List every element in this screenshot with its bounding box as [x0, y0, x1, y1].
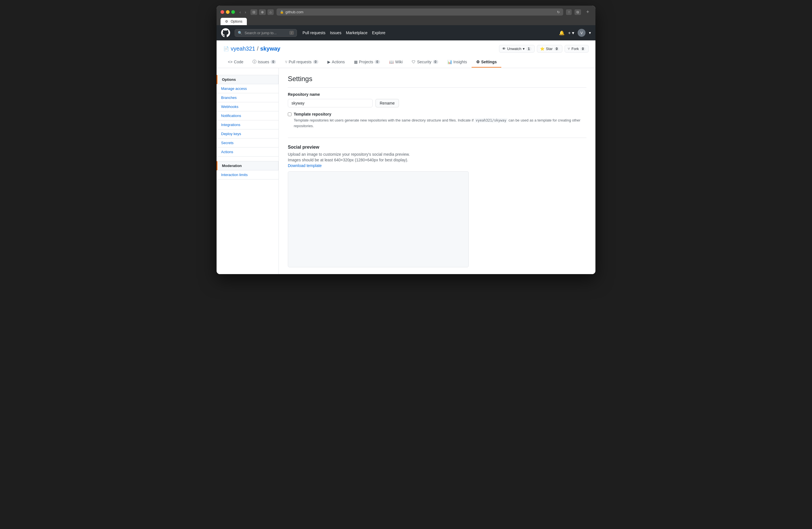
template-repo-label[interactable]: Template repository [294, 112, 331, 116]
avatar-caret[interactable]: ▾ [589, 30, 591, 35]
back-button[interactable]: ‹ [238, 9, 243, 15]
repo-title: 📄 vyeah321 / skyway [223, 45, 280, 52]
tab-pr-label: Pull requests [289, 60, 311, 64]
repo-name-label: Repository name [288, 92, 586, 97]
nav-issues[interactable]: Issues [330, 30, 341, 35]
browser-titlebar: ‹ › ⊟ ⊕ ⌂ 🔒 github.com ↻ ↑ ⧉ + [220, 9, 592, 16]
tab-settings[interactable]: ⚙ Settings [472, 57, 501, 68]
tab-favicon: ⚙ [225, 19, 229, 24]
tab-pull-requests[interactable]: ⑂ Pull requests 0 [280, 57, 323, 68]
template-desc-1: Template repositories let users generate… [294, 118, 474, 122]
settings-sidebar: Options Manage access Branches Webhooks … [217, 68, 279, 274]
tab-security-label: Security [417, 60, 432, 64]
repo-name-input[interactable] [288, 99, 373, 107]
reload-button[interactable]: ↻ [557, 10, 560, 14]
share-button[interactable]: ↑ [566, 9, 572, 15]
settings-icon: ⚙ [476, 60, 480, 64]
tab-security[interactable]: 🛡 Security 0 [407, 57, 443, 68]
tab-wiki[interactable]: 📖 Wiki [385, 57, 407, 68]
address-bar[interactable]: 🔒 github.com ↻ [276, 9, 564, 16]
star-icon: ⭐ [540, 47, 545, 51]
template-repo-desc: Template repositories let users generate… [294, 118, 586, 129]
unwatch-button[interactable]: 👁 Unwatch ▾ 1 [499, 45, 535, 53]
nav-explore[interactable]: Explore [372, 30, 386, 35]
new-window-button[interactable]: ⧉ [575, 9, 581, 15]
pr-icon: ⑂ [285, 60, 287, 64]
download-template-link[interactable]: Download template [288, 163, 322, 168]
github-logo[interactable] [221, 28, 230, 37]
avatar[interactable]: V [578, 29, 585, 37]
actions-icon: ▶ [328, 60, 331, 64]
sidebar-link-secrets[interactable]: Secrets [217, 138, 278, 147]
tab-issues[interactable]: ⓘ Issues 0 [248, 57, 280, 68]
notifications-button[interactable]: 🔔 [559, 30, 565, 35]
search-placeholder: Search or jump to... [245, 31, 276, 35]
sidebar-options-header: Options [217, 75, 278, 84]
sidebar-link-notifications[interactable]: Notifications [217, 111, 278, 120]
traffic-lights [220, 10, 235, 14]
minimize-button[interactable] [226, 10, 230, 14]
star-button[interactable]: ⭐ Star 0 [537, 45, 563, 53]
fork-icon: ⑂ [568, 47, 570, 51]
social-preview-section: Social preview Upload an image to custom… [288, 137, 586, 267]
unwatch-label: Unwatch [507, 47, 522, 51]
lock-icon: 🔒 [280, 10, 284, 14]
social-preview-desc1: Upload an image to customize your reposi… [288, 152, 586, 157]
wiki-icon: 📖 [389, 60, 394, 64]
projects-icon: ▦ [354, 60, 358, 64]
tab-actions[interactable]: ▶ Actions [323, 57, 349, 68]
star-count: 0 [554, 47, 560, 51]
repo-header: 📄 vyeah321 / skyway 👁 Unwatch ▾ 1 ⭐ Star… [217, 40, 595, 68]
github-header-right: 🔔 + ▾ V ▾ [559, 29, 591, 37]
pr-count: 0 [313, 60, 318, 64]
unwatch-caret[interactable]: ▾ [523, 47, 525, 51]
template-repo-checkbox[interactable] [288, 113, 291, 116]
github-nav: Pull requests Issues Marketplace Explore [303, 30, 386, 35]
nav-marketplace[interactable]: Marketplace [346, 30, 367, 35]
new-tab-button[interactable]: + [584, 9, 592, 15]
history-button[interactable]: ⊕ [259, 9, 266, 15]
sidebar-link-actions[interactable]: Actions [217, 147, 278, 157]
tab-code[interactable]: <> Code [223, 57, 248, 68]
repo-owner-link[interactable]: vyeah321 [231, 45, 255, 52]
settings-title: Settings [288, 75, 586, 88]
settings-main: Settings Repository name Rename Template… [279, 68, 595, 274]
sidebar-link-webhooks[interactable]: Webhooks [217, 102, 278, 111]
search-icon: 🔍 [238, 31, 242, 35]
rename-button[interactable]: Rename [376, 99, 399, 107]
code-icon: <> [228, 60, 232, 64]
issues-icon: ⓘ [252, 59, 257, 64]
sidebar-link-manage-access[interactable]: Manage access [217, 84, 278, 93]
forward-button[interactable]: › [243, 9, 248, 15]
template-desc-code: vyeah321/skyway [475, 118, 507, 123]
tab-projects[interactable]: ▦ Projects 0 [349, 57, 385, 68]
active-tab[interactable]: ⚙ Options [220, 18, 247, 25]
unwatch-count: 1 [526, 47, 532, 51]
social-preview-title: Social preview [288, 145, 586, 150]
nav-buttons: ‹ › [238, 9, 248, 15]
projects-count: 0 [375, 60, 380, 64]
repo-nav: <> Code ⓘ Issues 0 ⑂ Pull requests 0 ▶ A… [223, 57, 589, 68]
repo-name-link[interactable]: skyway [260, 45, 280, 52]
insights-icon: 📊 [447, 60, 452, 64]
template-repo-content: Template repository Template repositorie… [294, 112, 586, 129]
nav-pull-requests[interactable]: Pull requests [303, 30, 325, 35]
sidebar-link-deploy-keys[interactable]: Deploy keys [217, 129, 278, 138]
close-button[interactable] [220, 10, 224, 14]
sidebar-link-branches[interactable]: Branches [217, 93, 278, 102]
home-button[interactable]: ⌂ [267, 9, 273, 15]
sidebar-link-interaction-limits[interactable]: Interaction limits [217, 171, 278, 179]
search-input[interactable]: 🔍 Search or jump to... / [235, 29, 297, 37]
separator: / [257, 45, 259, 52]
browser-chrome: ‹ › ⊟ ⊕ ⌂ 🔒 github.com ↻ ↑ ⧉ + [217, 6, 595, 25]
fork-label: Fork [571, 47, 579, 51]
maximize-button[interactable] [231, 10, 235, 14]
fork-button[interactable]: ⑂ Fork 0 [565, 45, 589, 53]
new-item-button[interactable]: + ▾ [568, 30, 574, 35]
issues-count: 0 [271, 60, 276, 64]
browser-window: ‹ › ⊟ ⊕ ⌂ 🔒 github.com ↻ ↑ ⧉ + [217, 6, 595, 274]
sidebar-link-integrations[interactable]: Integrations [217, 120, 278, 129]
sidebar-toggle-button[interactable]: ⊟ [250, 9, 257, 15]
tab-insights[interactable]: 📊 Insights [443, 57, 472, 68]
repo-icon: 📄 [223, 46, 229, 52]
